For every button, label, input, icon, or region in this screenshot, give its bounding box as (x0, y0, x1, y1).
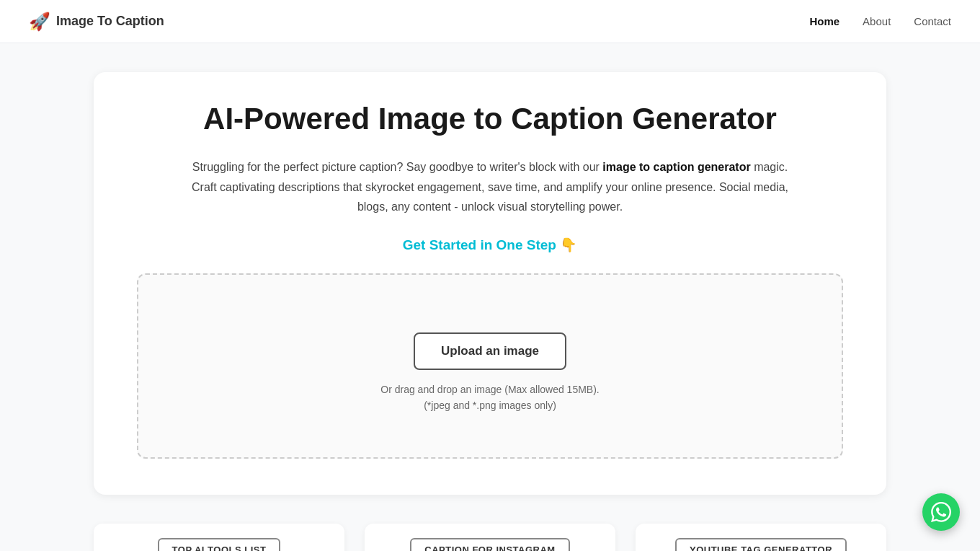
nav-home[interactable]: Home (809, 15, 839, 27)
nav-about[interactable]: About (863, 15, 891, 27)
get-started-text: Get Started in One Step 👇 (137, 237, 843, 253)
page-title: AI-Powered Image to Caption Generator (137, 101, 843, 137)
upload-hint: Or drag and drop an image (Max allowed 1… (380, 382, 599, 414)
nav: Home About Contact (809, 15, 951, 27)
upload-hint-line1: Or drag and drop an image (Max allowed 1… (380, 384, 599, 395)
nav-contact[interactable]: Contact (914, 15, 951, 27)
card-header-2: CAPTION for INSTAGRAM (379, 538, 601, 551)
hero-bold: image to caption generator (602, 161, 750, 173)
social-card-instagram: CAPTION for INSTAGRAM 👩 Imaget to captio… (365, 524, 615, 551)
upload-hint-line2: (*jpeg and *.png images only) (424, 400, 556, 411)
social-card-tools: TOP AI TOOLS LIST 👩 Imaget to caption . … (94, 524, 344, 551)
hero-description: Struggling for the perfect picture capti… (180, 157, 800, 216)
social-section: TOP AI TOOLS LIST 👩 Imaget to caption . … (94, 524, 886, 551)
whatsapp-icon (931, 502, 951, 522)
hero-card: AI-Powered Image to Caption Generator St… (94, 72, 886, 495)
badge-youtube: YOUTUBE TAG GENERATTOR (675, 538, 847, 551)
card-header-3: YOUTUBE TAG GENERATTOR (650, 538, 872, 551)
upload-zone[interactable]: Upload an image Or drag and drop an imag… (137, 273, 843, 459)
card-header-1: TOP AI TOOLS LIST (108, 538, 330, 551)
logo-icon: 🚀 (29, 12, 50, 32)
upload-button[interactable]: Upload an image (414, 332, 566, 370)
main-content: AI-Powered Image to Caption Generator St… (79, 43, 901, 551)
badge-instagram: CAPTION for INSTAGRAM (410, 538, 569, 551)
whatsapp-fab[interactable] (922, 493, 960, 531)
header: 🚀 Image To Caption Home About Contact (0, 0, 980, 43)
logo-text: Image To Caption (56, 14, 164, 29)
logo: 🚀 Image To Caption (29, 12, 164, 32)
badge-tools: TOP AI TOOLS LIST (158, 538, 281, 551)
social-card-youtube: YOUTUBE TAG GENERATTOR 👩 Image to captio… (636, 524, 886, 551)
